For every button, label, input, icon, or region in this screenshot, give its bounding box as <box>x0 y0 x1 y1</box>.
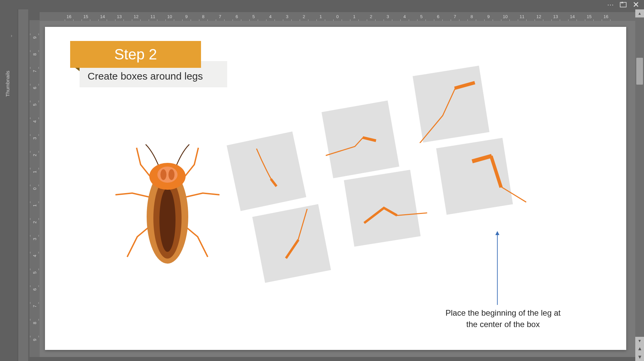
ruler-tick: 7 <box>212 14 229 19</box>
vertical-ruler[interactable]: 9876543210123456789 <box>30 20 40 357</box>
step-ribbon: Step 2 <box>70 41 201 68</box>
ruler-tick: 7 <box>447 14 463 19</box>
ruler-tick: 3 <box>380 14 396 19</box>
ruler-tick: 11 <box>514 14 531 19</box>
ruler-tick: 2 <box>30 221 40 223</box>
scroll-up-icon[interactable]: ▲ <box>635 9 644 17</box>
ruler-tick: 16 <box>598 14 614 19</box>
more-icon[interactable]: ⋯ <box>607 1 614 8</box>
restore-window-icon[interactable] <box>620 1 627 8</box>
thumbnails-panel: Thumbnails › <box>0 9 18 361</box>
ruler-tick: 6 <box>229 14 245 19</box>
slide[interactable]: Create boxes around legs Step 2 <box>45 27 626 350</box>
horizontal-ruler[interactable]: 1615141312111098765432101234567891011121… <box>40 12 635 21</box>
ruler-tick: 6 <box>30 288 40 290</box>
titlebar-controls: ⋯ ✕ <box>607 0 644 9</box>
panel-gutter <box>18 9 28 361</box>
scroll-down-icon[interactable]: ▼ <box>635 337 644 345</box>
ruler-tick: 13 <box>111 14 128 19</box>
ruler-tick: 9 <box>30 339 40 341</box>
ruler-tick: 6 <box>430 14 447 19</box>
step-banner: Create boxes around legs Step 2 <box>70 41 201 68</box>
thumbnails-label[interactable]: Thumbnails <box>5 71 10 97</box>
ruler-tick: 11 <box>145 14 161 19</box>
ruler-tick: 4 <box>30 255 40 257</box>
ruler-tick: 12 <box>128 14 145 19</box>
ruler-tick: 3 <box>30 137 40 139</box>
ruler-tick: 1 <box>30 171 40 173</box>
annotation-text: Place the beginning of the leg at the ce… <box>443 307 563 330</box>
ruler-tick: 1 <box>346 14 363 19</box>
scroll-track[interactable] <box>635 17 644 337</box>
ruler-tick: 5 <box>413 14 430 19</box>
ruler-tick: 9 <box>30 36 40 39</box>
ruler-tick: 9 <box>178 14 195 19</box>
ruler-tick: 5 <box>245 14 262 19</box>
ruler-tick: 1 <box>30 204 40 207</box>
ruler-tick: 2 <box>296 14 312 19</box>
ruler-tick: 14 <box>94 14 111 19</box>
ruler-tick: 8 <box>30 53 40 55</box>
leg-box-3 <box>413 66 490 143</box>
svg-point-7 <box>168 169 175 180</box>
ruler-tick: 0 <box>30 187 40 190</box>
ruler-tick: 6 <box>30 87 40 89</box>
ruler-tick: 10 <box>497 14 514 19</box>
scroll-next-slide-icon[interactable]: ⯆ <box>635 353 644 361</box>
ruler-tick: 3 <box>30 238 40 240</box>
close-icon[interactable]: ✕ <box>633 1 639 9</box>
ruler-tick: 8 <box>30 322 40 324</box>
ruler-tick: 4 <box>262 14 279 19</box>
ruler-tick: 3 <box>279 14 296 19</box>
leg-box-6 <box>436 138 513 215</box>
slide-canvas-area[interactable]: Create boxes around legs Step 2 <box>40 21 635 357</box>
ruler-tick: 2 <box>30 154 40 156</box>
ruler-tick: 2 <box>363 14 380 19</box>
leg-box-4 <box>252 204 331 283</box>
ruler-tick: 9 <box>480 14 497 19</box>
ruler-tick: 15 <box>78 14 94 19</box>
ruler-tick: 0 <box>329 14 346 19</box>
ruler-tick: 5 <box>30 103 40 106</box>
scroll-thumb[interactable] <box>636 58 643 85</box>
ruler-tick: 7 <box>30 70 40 72</box>
ruler-tick: 1 <box>312 14 329 19</box>
ruler-tick: 13 <box>547 14 564 19</box>
ruler-tick: 12 <box>531 14 547 19</box>
svg-point-3 <box>159 188 176 252</box>
ruler-tick: 7 <box>30 305 40 307</box>
vertical-scrollbar[interactable]: ▲ ▼ ⯅ ⯆ <box>635 9 644 361</box>
annotation-arrow-icon <box>497 232 498 305</box>
ruler-tick: 10 <box>161 14 178 19</box>
ruler-tick: 8 <box>195 14 212 19</box>
svg-point-6 <box>160 169 166 180</box>
scroll-prev-slide-icon[interactable]: ⯅ <box>635 345 644 353</box>
leg-box-2 <box>321 100 399 178</box>
cockroach-illustration <box>114 143 221 270</box>
ruler-tick: 4 <box>30 120 40 123</box>
ruler-tick: 14 <box>564 14 581 19</box>
leg-box-5 <box>344 170 421 247</box>
expand-thumbnails-icon[interactable]: › <box>11 33 12 38</box>
leg-box-1 <box>227 131 306 211</box>
ruler-tick: 15 <box>581 14 598 19</box>
ruler-tick: 8 <box>463 14 480 19</box>
ruler-tick: 16 <box>61 14 78 19</box>
ruler-tick: 5 <box>30 271 40 274</box>
ruler-tick: 4 <box>396 14 413 19</box>
